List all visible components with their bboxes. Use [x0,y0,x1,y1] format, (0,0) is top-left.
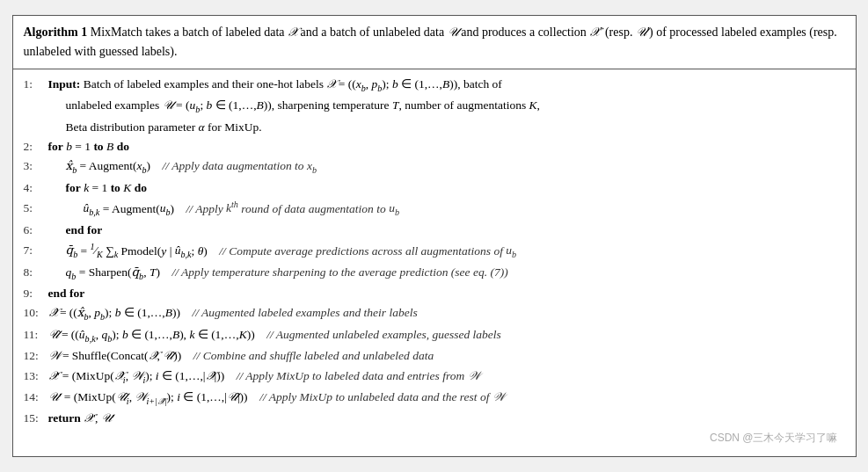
algo-line-4: 4: for k = 1 to K do [24,178,845,198]
algo-line-14: 14: 𝒰′ = (MixUp(𝒰̂i, 𝒲i+|𝒳̂|); i ∈ (1,…,… [24,388,845,409]
algo-line-1: 1: Input: Batch of labeled examples and … [24,75,845,96]
algo-line-1c: Beta distribution parameter α for MixUp. [24,118,845,137]
algo-line-2: 2: for b = 1 to B do [24,137,845,156]
algo-line-6: 6: end for [24,221,845,240]
algo-line-12: 12: 𝒲 = Shuffle(Concat(𝒳̂, 𝒰̂)) // Combi… [24,346,845,366]
algo-line-10: 10: 𝒳̂ = ((x̂b, pb); b ∈ (1,…,B)) // Aug… [24,303,845,324]
algorithm-header: Algorithm 1 MixMatch takes a batch of la… [13,16,856,69]
algo-line-5: 5: ûb,k = Augment(ub) // Apply kth round… [24,198,845,221]
algorithm-body: 1: Input: Batch of labeled examples and … [13,69,856,456]
algo-line-9: 9: end for [24,284,845,303]
watermark: CSDN @三木今天学习了嘛 [24,429,845,449]
algo-line-7: 7: q̄b = 1⁄K ∑k Pmodel(y | ûb,k; θ) // C… [24,240,845,263]
algo-line-8: 8: qb = Sharpen(q̄b, T) // Apply tempera… [24,263,845,284]
algo-line-11: 11: 𝒰̂ = ((ûb,k, qb); b ∈ (1,…,B), k ∈ (… [24,325,845,346]
algo-line-3: 3: x̂b = Augment(xb) // Apply data augme… [24,156,845,178]
algo-line-15: 15: return 𝒳′, 𝒰′ [24,409,845,428]
algorithm-description: MixMatch takes a batch of labeled data 𝒳… [24,25,837,58]
algorithm-box: Algorithm 1 MixMatch takes a batch of la… [12,15,857,456]
algo-line-1b: unlabeled examples 𝒰 = (ub; b ∈ (1,…,B))… [24,96,845,117]
algorithm-title: Algorithm 1 [24,25,88,39]
algo-line-13: 13: 𝒳′ = (MixUp(𝒳̂i, 𝒲i); i ∈ (1,…,|𝒳̂|)… [24,367,845,388]
